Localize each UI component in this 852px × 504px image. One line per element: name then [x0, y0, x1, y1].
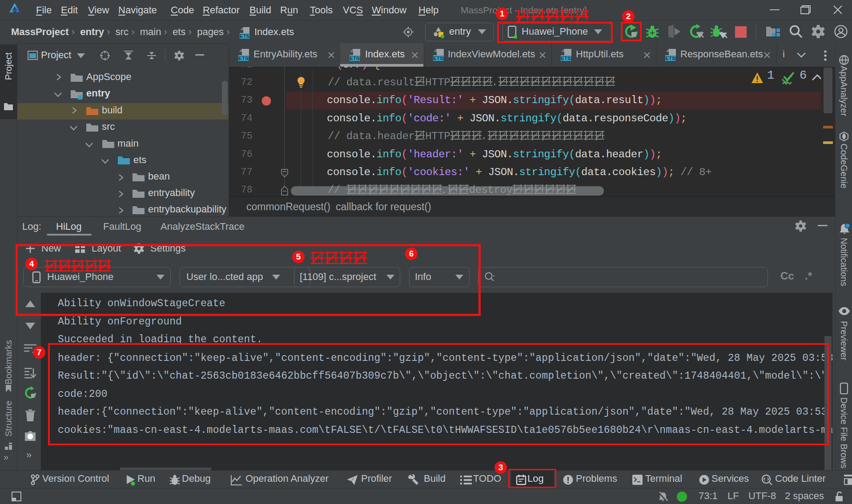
svg-text:ETS: ETS — [350, 56, 360, 61]
svg-text:ETS: ETS — [433, 56, 443, 61]
svg-text:ETS: ETS — [665, 56, 675, 61]
svg-text:ETS: ETS — [561, 56, 571, 61]
svg-text:ETS: ETS — [238, 56, 249, 61]
svg-text:ETS: ETS — [240, 33, 249, 39]
